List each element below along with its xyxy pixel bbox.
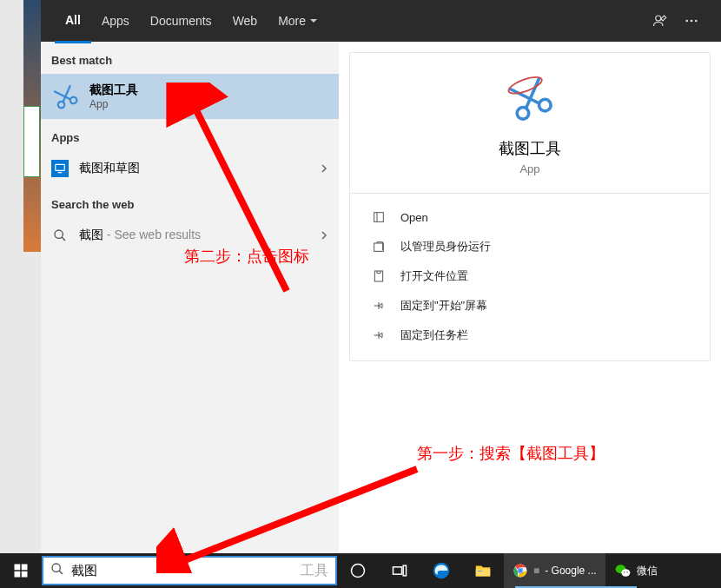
svg-rect-12 [374, 243, 384, 251]
chevron-down-icon [309, 0, 318, 42]
tab-web[interactable]: Web [222, 0, 268, 42]
action-label: Open [400, 211, 428, 224]
svg-point-21 [352, 565, 365, 578]
detail-pane: 截图工具 App Open 以管理员身份运行 打开文件位置 固定到"开始"屏幕 [349, 52, 711, 361]
svg-point-20 [52, 564, 60, 571]
svg-point-8 [515, 106, 530, 121]
detail-subtitle: App [519, 162, 539, 175]
tab-apps[interactable]: Apps [91, 0, 140, 42]
edge-button[interactable] [420, 553, 462, 588]
cortana-button[interactable] [337, 553, 379, 588]
shield-icon [371, 239, 387, 254]
svg-point-34 [624, 571, 625, 572]
svg-point-2 [691, 20, 693, 23]
pin-icon [371, 298, 387, 314]
wechat-label: 微信 [637, 564, 658, 578]
action-run-as-admin[interactable]: 以管理员身份运行 [350, 232, 710, 261]
wechat-button[interactable]: 微信 [605, 553, 666, 588]
detail-title: 截图工具 [499, 138, 561, 159]
app-item-label: 截图和草图 [79, 161, 140, 176]
action-open[interactable]: Open [350, 202, 710, 232]
task-view-button[interactable] [379, 553, 420, 588]
svg-point-35 [626, 571, 627, 572]
svg-point-4 [57, 101, 66, 109]
search-web-header: Search the web [41, 186, 339, 218]
search-input-ghost: 工具 [301, 562, 328, 580]
detail-app-icon [506, 74, 554, 122]
svg-rect-11 [374, 213, 384, 222]
svg-point-33 [621, 569, 630, 576]
best-match-header: Best match [41, 42, 339, 74]
action-label: 固定到任务栏 [400, 327, 468, 343]
feedback-icon[interactable] [645, 5, 676, 36]
taskbar: 工具 ■ - Google ... 微信 [0, 553, 721, 588]
web-search-item[interactable]: 截图 - See web results [41, 218, 339, 253]
search-input[interactable] [71, 564, 297, 578]
svg-point-10 [506, 74, 544, 97]
tab-more-label: More [278, 0, 306, 42]
web-search-suffix: - See web results [103, 228, 201, 241]
wechat-icon [614, 562, 632, 579]
action-pin-to-taskbar[interactable]: 固定到任务栏 [350, 320, 710, 350]
svg-rect-16 [15, 565, 21, 571]
search-results-list: Best match 截图工具 App Apps 截图和草图 Search th… [41, 42, 339, 553]
pin-taskbar-icon [371, 327, 387, 343]
svg-rect-18 [15, 571, 21, 578]
open-icon [371, 209, 387, 225]
action-label: 打开文件位置 [400, 268, 468, 284]
svg-point-5 [69, 96, 78, 105]
svg-rect-13 [374, 271, 382, 281]
svg-point-7 [55, 230, 63, 238]
svg-rect-26 [478, 571, 483, 571]
tab-more[interactable]: More [268, 0, 328, 42]
detail-actions-list: Open 以管理员身份运行 打开文件位置 固定到"开始"屏幕 固定到任务栏 [350, 197, 710, 360]
chrome-window-button[interactable]: ■ - Google ... [504, 553, 605, 588]
svg-rect-19 [22, 571, 28, 578]
svg-point-31 [519, 569, 523, 573]
apps-header: Apps [41, 119, 339, 151]
web-search-query: 截图 [79, 228, 103, 241]
snipping-tool-icon [51, 83, 79, 110]
app-item-snip-sketch[interactable]: 截图和草图 [41, 151, 339, 186]
svg-rect-17 [22, 565, 28, 571]
search-filter-tabs: All Apps Documents Web More [41, 0, 721, 42]
file-explorer-button[interactable] [462, 553, 504, 588]
svg-point-9 [538, 97, 552, 112]
snip-sketch-icon [51, 160, 69, 177]
action-pin-to-start[interactable]: 固定到"开始"屏幕 [350, 291, 710, 320]
start-button[interactable] [0, 553, 42, 588]
svg-point-1 [685, 20, 688, 23]
action-label: 固定到"开始"屏幕 [400, 298, 487, 314]
chrome-icon [513, 563, 528, 578]
svg-rect-22 [394, 567, 402, 574]
svg-rect-25 [476, 569, 491, 576]
svg-rect-6 [56, 164, 65, 170]
svg-point-3 [695, 20, 698, 23]
chevron-right-icon [320, 161, 328, 176]
svg-point-0 [656, 16, 661, 21]
more-options-icon[interactable] [676, 5, 707, 36]
action-label: 以管理员身份运行 [400, 239, 491, 254]
folder-icon [371, 268, 387, 284]
best-match-item[interactable]: 截图工具 App [41, 74, 339, 119]
taskbar-search-box[interactable]: 工具 [42, 556, 337, 585]
tab-documents[interactable]: Documents [140, 0, 222, 42]
best-match-title: 截图工具 [89, 83, 138, 98]
chrome-window-label: - Google ... [545, 565, 596, 577]
chevron-right-icon [320, 228, 328, 243]
action-open-file-location[interactable]: 打开文件位置 [350, 261, 710, 291]
search-icon [50, 562, 64, 579]
search-icon [51, 227, 69, 244]
svg-rect-23 [403, 565, 406, 576]
best-match-subtitle: App [89, 98, 138, 110]
tab-all[interactable]: All [55, 0, 91, 43]
